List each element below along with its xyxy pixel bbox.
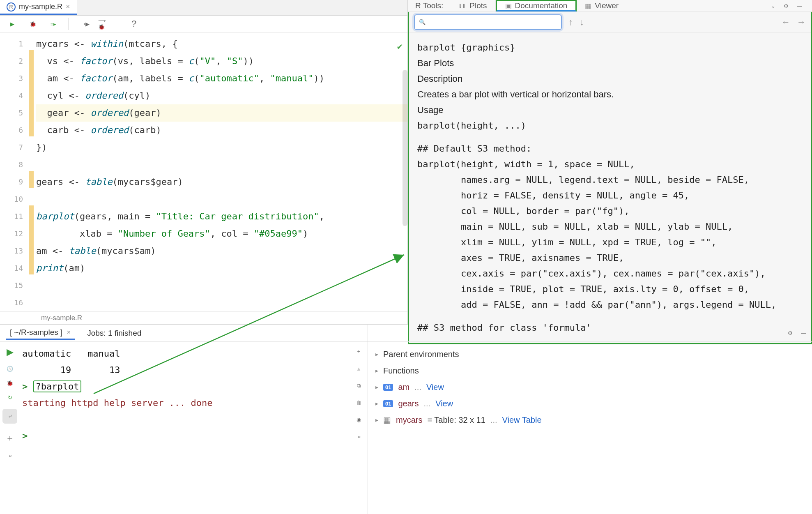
type-badge: 01 [383,400,393,407]
viewer-icon: ▦ [585,2,591,10]
watch-icon[interactable]: ◉ [357,417,361,423]
type-badge: 01 [383,384,393,391]
expand-icon[interactable]: ▸ [375,417,378,423]
editor-toolbar: ▶ 🐞 ≡▸ ⟶▶ ⟶🐞 ? [0,16,407,33]
tab-close-icon[interactable]: × [66,2,70,11]
doc-search-input[interactable] [429,18,557,26]
env-var-mycars[interactable]: ▸ ▦ mycars = Table: 32 x 11 ... View Tab… [375,412,805,428]
console-tabbar: [ ~/R-samples ] × Jobs: 1 finished [0,325,368,342]
expand-icon[interactable]: ▸ [375,384,378,390]
table-icon: ▦ [383,415,391,425]
editor-tabbar: R my-sample.R × [0,0,407,16]
console-httpd-msg: starting httpd help server ... done [22,394,347,411]
run-selection-icon[interactable]: ≡▸ [48,21,59,27]
run-icon[interactable]: ▶ [7,21,18,27]
nav-down-icon[interactable]: ↓ [580,17,584,28]
more-icon-2[interactable]: » [358,433,360,440]
r-file-icon: R [7,2,16,12]
console-cmd-highlight: ?barplot [33,380,82,392]
env-var-am[interactable]: ▸ 01 am ... View [375,379,805,395]
view-link[interactable]: View [426,383,444,392]
code-body[interactable]: ✔ mycars <- within(mtcars, { vs <- facto… [34,33,407,311]
gutter: 12345678 910111213141516 [0,33,29,311]
env-body[interactable]: ▸ Parent environments ▸ Functions ▸ 01 a… [368,342,812,514]
doc-heading-code: barplot {graphics} [417,40,803,55]
debug-icon[interactable]: 🐞 [27,21,39,27]
doc-icon: ▣ [505,2,512,10]
new-icon[interactable]: ＋ [356,348,361,355]
tab-filename: my-sample.R [19,2,62,11]
env-functions[interactable]: ▸ Functions [375,362,805,379]
view-table-link[interactable]: View Table [502,415,542,425]
tools-label: R Tools: [408,0,451,12]
softwrap-icon[interactable]: ⤶ [2,409,17,424]
doc-desc-label: Description [417,71,803,87]
console-output[interactable]: automatic manual 19 13 > ?barplot starti… [20,342,350,514]
separator [68,18,69,30]
doc-toolbar: 🔍 ↑ ↓ ← → [409,12,811,32]
history-icon[interactable]: 🕓 [7,366,13,372]
expand-icon[interactable]: ▸ [375,400,378,407]
analysis-ok-icon[interactable]: ✔ [397,38,403,55]
doc-title: Bar Plots [417,55,803,71]
console-tab-close-icon[interactable]: × [67,328,71,337]
console-gutter: ▶ 🕓 🐞 ↻ ⤶ ＋ » [0,342,20,514]
editor-area[interactable]: 12345678 910111213141516 ✔ mycars <- wit… [0,33,407,311]
scroll-up-icon[interactable]: ▲ [356,366,361,372]
minimize-icon[interactable]: — [797,3,802,9]
help-icon[interactable]: ? [128,18,140,29]
tab-my-sample[interactable]: R my-sample.R × [0,0,77,15]
view-link[interactable]: View [435,399,453,408]
env-var-gears[interactable]: ▸ 01 gears ... View [375,395,805,412]
tab-documentation[interactable]: ▣ Documentation [496,0,577,12]
tools-tabbar: R Tools: ⫾⫾ Plots ▣ Documentation ▦ View… [408,0,812,12]
console-run-icon[interactable]: ▶ [7,347,14,357]
restart-icon[interactable]: ↻ [8,394,12,401]
minimize-icon[interactable]: — [801,330,806,336]
attach-debug-icon[interactable]: 🐞 [7,380,13,386]
gear-icon[interactable]: ⚙ [784,3,789,9]
console-right-strip: ＋ ▲ ⧉ 🗑 ◉ » [350,342,368,514]
gear-icon[interactable]: ⚙ [788,330,793,336]
copy-icon[interactable]: ⧉ [357,383,361,389]
nav-fwd-icon[interactable]: → [797,17,806,28]
doc-search[interactable]: 🔍 [414,14,562,30]
expand-icon[interactable]: ▸ [375,367,378,374]
doc-desc-text: Creates a bar plot with vertical or hori… [417,87,803,102]
expand-icon[interactable]: ▸ [375,351,378,357]
doc-usage-sig: barplot(height, ...) [417,118,803,134]
editor-scrollbar[interactable] [403,70,407,226]
doc-usage-label: Usage [417,102,803,118]
separator [119,18,119,30]
env-toolbar: ⚙ — [368,325,812,342]
more-icon[interactable]: » [9,452,11,459]
tab-viewer[interactable]: ▦ Viewer [577,0,627,12]
nav-up-icon[interactable]: ↑ [568,17,573,28]
search-icon: 🔍 [419,19,426,25]
console-tab[interactable]: [ ~/R-samples ] × [6,326,75,340]
doc-content[interactable]: barplot {graphics} Bar Plots Description… [409,32,811,343]
env-parent-environments[interactable]: ▸ Parent environments [375,346,805,362]
tab-plots[interactable]: ⫾⫾ Plots [451,0,495,12]
doc-s3-default: ## Default S3 method: [417,141,803,157]
plots-icon: ⫾⫾ [459,2,466,10]
step-debug-icon[interactable]: ⟶🐞 [98,18,110,30]
trash-icon[interactable]: 🗑 [356,400,361,406]
add-icon[interactable]: ＋ [5,432,14,444]
jobs-status[interactable]: Jobs: 1 finished [87,329,141,338]
nav-back-icon[interactable]: ← [781,17,790,28]
modify-strip [29,33,34,311]
step-run-icon[interactable]: ⟶▶ [78,21,89,27]
breadcrumb[interactable]: my-sample.R [0,311,407,324]
chevron-down-icon[interactable]: ⌄ [771,3,775,9]
documentation-panel: 🔍 ↑ ↓ ← → barplot {graphics} Bar Plots D… [408,12,812,344]
